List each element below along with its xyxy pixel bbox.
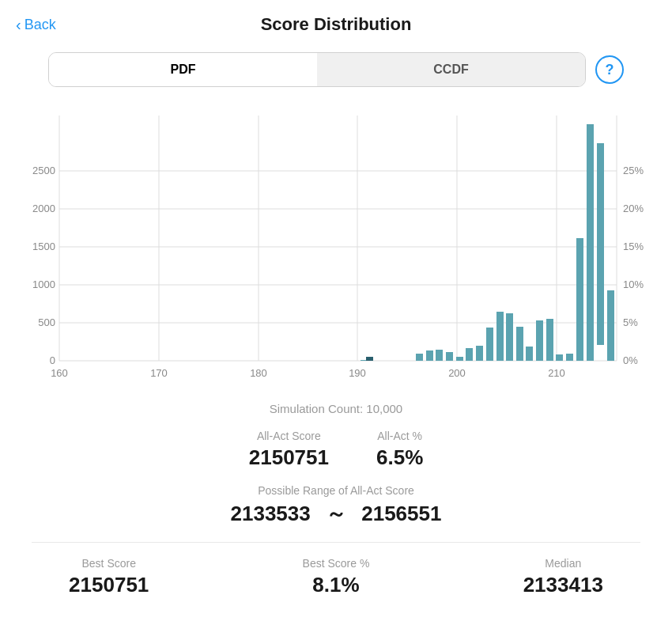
divider	[32, 542, 640, 543]
svg-rect-48	[566, 354, 573, 361]
svg-text:1500: 1500	[32, 241, 55, 252]
stats-row-2: Best Score 2150751 Best Score % 8.1% Med…	[16, 551, 656, 604]
svg-rect-37	[456, 357, 463, 361]
svg-rect-50	[587, 124, 594, 361]
help-button[interactable]: ?	[595, 55, 624, 84]
range-low: 2133533	[231, 502, 311, 525]
range-high: 2156551	[361, 502, 441, 525]
best-score-pct-label: Best Score %	[303, 557, 370, 570]
back-button[interactable]: ‹ Back	[16, 17, 56, 33]
svg-rect-49	[576, 238, 583, 361]
svg-rect-35	[436, 350, 443, 361]
svg-text:0: 0	[50, 354, 55, 366]
svg-rect-51	[597, 143, 604, 345]
chart-container: 0 500 1000 1500 2000 2500 0% 5% 10% 15% …	[16, 100, 656, 396]
best-score-value: 2150751	[69, 573, 149, 597]
tab-toggle-container: PDF CCDF ?	[16, 52, 656, 87]
all-act-pct-item: All-Act % 6.5%	[376, 430, 423, 470]
svg-text:1000: 1000	[32, 278, 55, 290]
back-label: Back	[25, 17, 56, 33]
stats-row-1: All-Act Score 2150751 All-Act % 6.5%	[16, 430, 656, 470]
back-chevron-icon: ‹	[16, 17, 21, 32]
simulation-count: Simulation Count: 10,000	[0, 402, 672, 415]
svg-rect-36	[446, 352, 453, 361]
svg-text:25%: 25%	[623, 165, 644, 176]
stats-grid: All-Act Score 2150751 All-Act % 6.5% Pos…	[0, 430, 672, 604]
tab-pdf[interactable]: PDF	[49, 53, 317, 86]
best-score-item: Best Score 2150751	[69, 557, 149, 597]
range-values: 2133533 ～ 2156551	[16, 500, 656, 528]
svg-rect-32	[366, 357, 373, 361]
chart-svg: 0 500 1000 1500 2000 2500 0% 5% 10% 15% …	[16, 100, 656, 392]
svg-text:20%: 20%	[623, 203, 644, 214]
svg-text:15%: 15%	[623, 241, 644, 252]
svg-text:5%: 5%	[623, 316, 638, 328]
svg-rect-43	[516, 327, 523, 361]
svg-text:210: 210	[548, 367, 565, 379]
svg-text:160: 160	[51, 367, 68, 379]
svg-rect-41	[496, 312, 504, 361]
median-value: 2133413	[523, 573, 603, 597]
svg-text:2000: 2000	[32, 203, 55, 214]
chart-wrapper: 0 500 1000 1500 2000 2500 0% 5% 10% 15% …	[0, 100, 672, 396]
svg-rect-38	[466, 348, 473, 361]
svg-rect-46	[546, 319, 553, 361]
svg-text:170: 170	[150, 367, 168, 379]
header: ‹ Back Score Distribution	[0, 0, 672, 44]
svg-text:180: 180	[250, 367, 267, 379]
range-section: Possible Range of All-Act Score 2133533 …	[16, 484, 656, 528]
all-act-pct-label: All-Act %	[376, 430, 423, 442]
range-label: Possible Range of All-Act Score	[16, 484, 656, 497]
svg-text:200: 200	[448, 367, 466, 379]
svg-rect-45	[536, 320, 543, 361]
svg-text:500: 500	[38, 316, 55, 328]
range-tilde: ～	[326, 502, 346, 525]
svg-text:10%: 10%	[623, 278, 644, 290]
svg-rect-39	[476, 346, 483, 361]
svg-text:2500: 2500	[32, 165, 55, 176]
all-act-score-item: All-Act Score 2150751	[249, 430, 329, 470]
page-title: Score Distribution	[261, 14, 412, 35]
best-score-pct-value: 8.1%	[303, 573, 370, 597]
median-item: Median 2133413	[523, 557, 603, 597]
best-score-pct-item: Best Score % 8.1%	[303, 557, 370, 597]
svg-rect-33	[416, 354, 423, 361]
tab-ccdf[interactable]: CCDF	[317, 53, 585, 86]
svg-rect-34	[426, 350, 433, 361]
svg-text:190: 190	[349, 367, 366, 379]
svg-rect-47	[556, 354, 563, 361]
all-act-score-value: 2150751	[249, 445, 329, 470]
svg-rect-44	[526, 347, 533, 361]
all-act-score-label: All-Act Score	[249, 430, 329, 442]
svg-rect-52	[607, 290, 614, 361]
tab-toggle-group: PDF CCDF	[48, 52, 586, 87]
best-score-label: Best Score	[69, 557, 149, 570]
all-act-pct-value: 6.5%	[376, 445, 423, 470]
svg-text:0%: 0%	[623, 354, 638, 366]
svg-rect-42	[506, 313, 513, 361]
svg-rect-40	[486, 328, 493, 361]
median-label: Median	[523, 557, 603, 570]
